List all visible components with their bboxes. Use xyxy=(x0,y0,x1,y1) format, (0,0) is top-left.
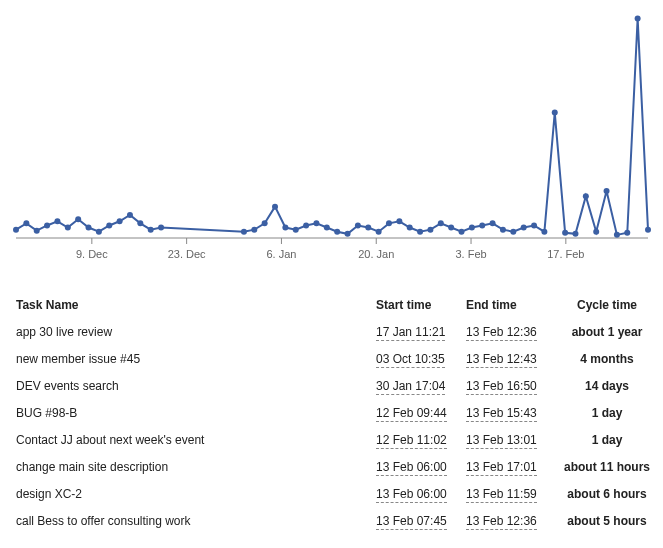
header-cycle-time: Cycle time xyxy=(558,298,656,312)
task-name: Contact JJ about next week's event xyxy=(16,433,376,447)
data-point xyxy=(272,204,278,210)
task-cycle: about 6 hours xyxy=(558,487,656,501)
task-name: new member issue #45 xyxy=(16,352,376,366)
data-point xyxy=(54,218,60,224)
data-point xyxy=(313,220,319,226)
data-point xyxy=(510,229,516,235)
svg-text:6. Jan: 6. Jan xyxy=(266,248,296,260)
data-point xyxy=(490,220,496,226)
svg-text:17. Feb: 17. Feb xyxy=(547,248,584,260)
table-header: Task Name Start time End time Cycle time xyxy=(16,290,656,319)
data-point xyxy=(645,227,651,233)
task-start: 17 Jan 11:21 xyxy=(376,325,466,339)
data-point xyxy=(303,222,309,228)
task-start: 13 Feb 06:00 xyxy=(376,460,466,474)
task-cycle: 1 day xyxy=(558,433,656,447)
data-point xyxy=(604,188,610,194)
table-row: call Bess to offer consulting work13 Feb… xyxy=(16,508,656,535)
task-name: BUG #98-B xyxy=(16,406,376,420)
data-point xyxy=(137,220,143,226)
cycle-time-chart: 9. Dec23. Dec6. Jan20. Jan3. Feb17. Feb xyxy=(6,0,658,280)
data-point xyxy=(438,220,444,226)
header-end-time: End time xyxy=(466,298,558,312)
data-point xyxy=(396,218,402,224)
data-point xyxy=(127,212,133,218)
task-start: 12 Feb 11:02 xyxy=(376,433,466,447)
data-point xyxy=(34,228,40,234)
line-series xyxy=(16,18,648,234)
table-row: BUG #98-B12 Feb 09:4413 Feb 15:431 day xyxy=(16,400,656,427)
task-start: 13 Feb 06:00 xyxy=(376,487,466,501)
task-end: 13 Feb 11:59 xyxy=(466,487,558,501)
data-point xyxy=(251,227,257,233)
data-point xyxy=(44,222,50,228)
data-point xyxy=(562,230,568,236)
data-point xyxy=(479,222,485,228)
data-point xyxy=(293,227,299,233)
data-point xyxy=(241,229,247,235)
data-point xyxy=(86,225,92,231)
data-point xyxy=(635,15,641,21)
table-row: change main site description13 Feb 06:00… xyxy=(16,454,656,481)
data-point xyxy=(75,216,81,222)
svg-text:3. Feb: 3. Feb xyxy=(455,248,486,260)
table-row: app 30 live review17 Jan 11:2113 Feb 12:… xyxy=(16,319,656,346)
data-point xyxy=(417,229,423,235)
table-row: DEV events search30 Jan 17:0413 Feb 16:5… xyxy=(16,373,656,400)
data-point xyxy=(469,225,475,231)
data-point xyxy=(427,227,433,233)
task-cycle: 1 day xyxy=(558,406,656,420)
task-start: 03 Oct 10:35 xyxy=(376,352,466,366)
data-point xyxy=(583,193,589,199)
data-point xyxy=(106,222,112,228)
data-point xyxy=(355,222,361,228)
task-end: 13 Feb 12:43 xyxy=(466,352,558,366)
table-row: Contact JJ about next week's event12 Feb… xyxy=(16,427,656,454)
data-point xyxy=(117,218,123,224)
data-point xyxy=(158,225,164,231)
task-end: 13 Feb 12:36 xyxy=(466,514,558,528)
data-point xyxy=(459,229,465,235)
data-point xyxy=(148,227,154,233)
data-point xyxy=(262,220,268,226)
task-name: design XC-2 xyxy=(16,487,376,501)
task-end: 13 Feb 13:01 xyxy=(466,433,558,447)
svg-text:20. Jan: 20. Jan xyxy=(358,248,394,260)
task-cycle: about 1 year xyxy=(558,325,656,339)
task-start: 12 Feb 09:44 xyxy=(376,406,466,420)
task-cycle: about 5 hours xyxy=(558,514,656,528)
task-start: 30 Jan 17:04 xyxy=(376,379,466,393)
header-task-name: Task Name xyxy=(16,298,376,312)
data-point xyxy=(324,225,330,231)
data-point xyxy=(521,225,527,231)
data-point xyxy=(376,229,382,235)
task-end: 13 Feb 16:50 xyxy=(466,379,558,393)
task-name: call Bess to offer consulting work xyxy=(16,514,376,528)
data-point xyxy=(500,227,506,233)
task-end: 13 Feb 17:01 xyxy=(466,460,558,474)
svg-text:9. Dec: 9. Dec xyxy=(76,248,108,260)
data-point xyxy=(624,230,630,236)
table-row: design XC-213 Feb 06:0013 Feb 11:59about… xyxy=(16,481,656,508)
task-start: 13 Feb 07:45 xyxy=(376,514,466,528)
data-point xyxy=(572,231,578,237)
data-point xyxy=(334,229,340,235)
task-name: DEV events search xyxy=(16,379,376,393)
data-point xyxy=(65,225,71,231)
task-end: 13 Feb 15:43 xyxy=(466,406,558,420)
data-point xyxy=(96,229,102,235)
svg-text:23. Dec: 23. Dec xyxy=(168,248,206,260)
task-name: change main site description xyxy=(16,460,376,474)
data-point xyxy=(407,225,413,231)
data-point xyxy=(531,222,537,228)
task-table: Task Name Start time End time Cycle time… xyxy=(16,290,656,535)
task-name: app 30 live review xyxy=(16,325,376,339)
data-point xyxy=(345,231,351,237)
data-point xyxy=(282,225,288,231)
data-point xyxy=(386,220,392,226)
data-point xyxy=(552,110,558,116)
data-point xyxy=(614,232,620,238)
data-point xyxy=(365,225,371,231)
header-start-time: Start time xyxy=(376,298,466,312)
task-end: 13 Feb 12:36 xyxy=(466,325,558,339)
